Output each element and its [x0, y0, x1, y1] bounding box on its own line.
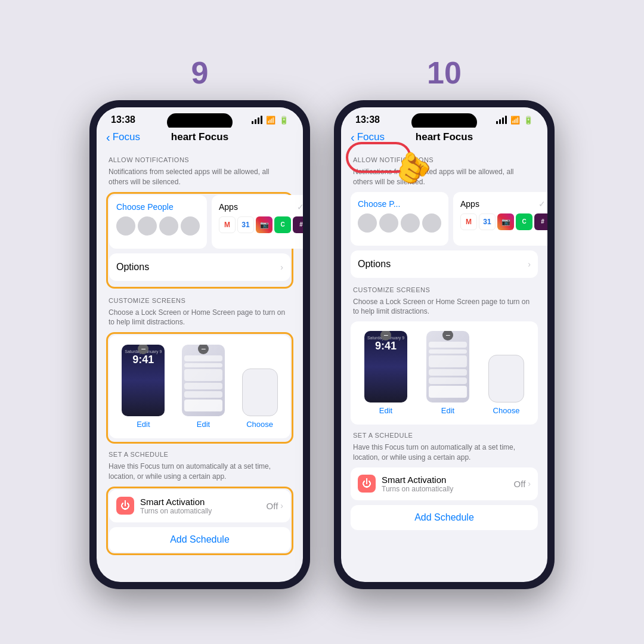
smart-activation-text-9: Smart Activation Turns on automatically [140, 497, 261, 515]
smart-activation-row-10[interactable]: ⏻ Smart Activation Turns on automaticall… [351, 467, 538, 500]
customize-desc-9: Choose a Lock Screen or Home Screen page… [106, 308, 293, 328]
hw3 [184, 369, 222, 381]
signal-bar-4 [261, 116, 262, 124]
lock-screen-item-9: − Saturday, January 9 9:41 Edit [122, 345, 165, 429]
content-10: ALLOW NOTIFICATIONS Notifications from s… [341, 148, 547, 530]
smart-activation-title-9: Smart Activation [140, 497, 261, 507]
lock-screen-bg-9: Saturday, January 9 9:41 [122, 345, 165, 416]
status-bar-10: 13:38 📶 🔋 [341, 107, 547, 128]
lock-screen-bg-10: Saturday, January 9 9:41 [364, 331, 407, 402]
watch-screen-preview-9 [242, 369, 278, 416]
smart-activation-right-10: Off › [514, 479, 531, 489]
smart-activation-row-9[interactable]: ⏻ Smart Activation Turns on automaticall… [109, 490, 290, 522]
lock-screen-preview-10: − Saturday, January 9 9:41 [364, 331, 407, 402]
line-icon-10: C [516, 213, 532, 230]
apps-title-10: Apps [460, 199, 479, 209]
signal-bars-10 [496, 116, 507, 124]
add-schedule-9[interactable]: Add Schedule [109, 527, 290, 552]
nav-back-10[interactable]: ‹ Focus [351, 131, 385, 144]
step-9-container: 9 13:38 📶 🔋 [89, 55, 310, 589]
battery-icon-9: 🔋 [279, 116, 289, 125]
choose-people-title-10: Choose P... [358, 199, 441, 209]
lock-screen-item-10: − Saturday, January 9 9:41 Edit [364, 331, 407, 415]
nav-bar-9: ‹ Focus heart Focus [97, 128, 303, 148]
signal-bar-7 [502, 117, 504, 124]
choose-label-9[interactable]: Choose [246, 420, 273, 429]
back-arrow-10: ‹ [351, 131, 355, 144]
avatar-7 [401, 213, 420, 233]
avatar-5 [358, 213, 377, 233]
hw9 [429, 355, 467, 367]
slack-icon-10: # [534, 213, 547, 230]
watch-screen-preview-10 [488, 355, 524, 402]
signal-bar-5 [496, 121, 498, 124]
smart-activation-icon-9: ⏻ [116, 497, 134, 515]
hw10 [429, 369, 467, 376]
apps-card-header-9: Apps ✓ › [219, 202, 303, 212]
status-time-9: 13:38 [111, 114, 135, 125]
signal-bar-3 [258, 117, 259, 124]
allow-notif-desc-9: Notifications from selected apps will be… [106, 167, 293, 187]
home-screen-preview-10: − [426, 331, 469, 402]
smart-activation-sub-9: Turns on automatically [140, 507, 261, 515]
choose-people-card-9[interactable]: Choose People [109, 195, 207, 249]
options-chevron-10: › [528, 259, 531, 269]
notif-highlight-9: Choose People [106, 192, 293, 289]
home-screen-item-9: − E [182, 345, 225, 429]
hw8 [429, 349, 467, 354]
choose-label-10[interactable]: Choose [493, 406, 520, 415]
avatar-3 [159, 216, 178, 236]
battery-icon-10: 🔋 [524, 116, 533, 125]
schedule-block-9: ⏻ Smart Activation Turns on automaticall… [109, 490, 290, 552]
edit-label-2-9[interactable]: Edit [197, 420, 210, 429]
nav-back-label-9: Focus [113, 131, 140, 143]
calendar-icon-9: 31 [237, 216, 254, 233]
options-row-9[interactable]: Options › [109, 253, 290, 281]
options-label-10: Options [358, 259, 391, 270]
step-9-number: 9 [191, 55, 209, 91]
screens-row-10: − Saturday, January 9 9:41 Edit − [358, 331, 531, 415]
lock-time-9: 9:41 [132, 354, 154, 366]
status-bar-9: 13:38 📶 🔋 [97, 107, 303, 128]
nav-bar-10: ‹ Focus heart Focus [341, 128, 547, 148]
schedule-highlight-9: ⏻ Smart Activation Turns on automaticall… [106, 487, 293, 555]
add-schedule-10[interactable]: Add Schedule [351, 505, 538, 530]
edit-label-2-10[interactable]: Edit [441, 406, 454, 415]
nav-back-9[interactable]: ‹ Focus [106, 131, 140, 144]
customize-header-9: CUSTOMIZE SCREENS [109, 297, 293, 304]
smart-activation-chevron-10: › [528, 479, 531, 488]
watch-screen-item-10: Choose [488, 355, 524, 415]
avatar-1 [116, 216, 135, 236]
back-arrow-9: ‹ [106, 131, 110, 144]
apps-icons-10: M 31 📷 C # [460, 213, 547, 230]
edit-label-1-9[interactable]: Edit [137, 420, 150, 429]
signal-bar-1 [252, 121, 253, 124]
home-screen-preview-9: − [182, 345, 225, 416]
customize-header-10: CUSTOMIZE SCREENS [353, 286, 538, 293]
slack-icon-9: # [293, 216, 303, 233]
smart-activation-text-10: Smart Activation Turns on automatically [382, 475, 508, 493]
screens-highlight-9: − Saturday, January 9 9:41 Edit [106, 332, 293, 444]
hw11 [429, 377, 467, 384]
edit-label-1-10[interactable]: Edit [379, 406, 392, 415]
home-screen-bg-9 [182, 345, 225, 416]
apps-chevron-9: ✓ › [297, 202, 303, 212]
options-chevron-9: › [280, 262, 283, 272]
apps-chevron-10: ✓ › [538, 199, 547, 209]
notif-row-10: Choose P... Apps ✓ › [351, 192, 538, 246]
notif-row-9: Choose People [109, 195, 290, 249]
signal-bar-8 [505, 116, 507, 124]
watch-screen-item-9: Choose [242, 369, 278, 429]
instagram-icon-10: 📷 [497, 213, 514, 230]
status-icons-10: 📶 🔋 [496, 116, 533, 125]
gmail-icon-10: M [460, 213, 477, 230]
allow-notif-desc-10: Notifications from selected apps will be… [351, 167, 538, 187]
signal-bar-6 [499, 119, 501, 124]
options-row-10[interactable]: Options › [351, 250, 538, 278]
people-avatars-10 [358, 213, 441, 233]
choose-people-card-10[interactable]: Choose P... [351, 192, 448, 246]
apps-card-9[interactable]: Apps ✓ › M 31 📷 C # [212, 195, 303, 249]
apps-card-10[interactable]: Apps ✓ › M 31 📷 C # [453, 192, 547, 246]
nav-back-label-10: Focus [357, 131, 385, 143]
wifi-icon-9: 📶 [266, 116, 275, 125]
